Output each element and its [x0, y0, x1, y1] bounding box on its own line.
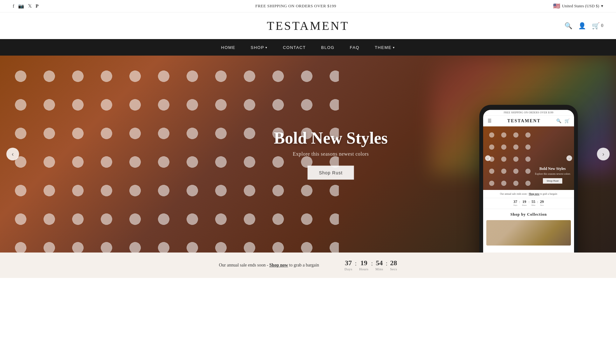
countdown-timer: 37 Days : 19 Hours : 54 Mins : 28 Secs: [345, 260, 397, 271]
header-icons: 🔍 👤 🛒 0: [565, 22, 603, 30]
cart-icon: 🛒: [592, 22, 600, 30]
instagram-icon[interactable]: 📷: [18, 3, 24, 9]
phone-hours-unit: 19 Hours: [522, 199, 527, 206]
phone-days-label: Days: [513, 204, 517, 206]
phone-sep-2: :: [529, 200, 530, 206]
nav-contact[interactable]: CONTACT: [283, 45, 306, 50]
phone-shop-now-link[interactable]: Shop now: [529, 192, 540, 195]
phone-secs-unit: 29 Secs: [540, 199, 544, 206]
phone-search-icon[interactable]: 🔍: [556, 118, 561, 124]
account-icon[interactable]: 👤: [578, 22, 586, 30]
flag-icon: 🇺🇸: [553, 3, 560, 10]
cart-button[interactable]: 🛒 0: [592, 22, 603, 30]
locale-label: United States (USD $): [562, 3, 599, 9]
phone-sep-3: :: [537, 200, 538, 206]
social-icons: f 📷 𝕏 P: [13, 3, 38, 9]
phone-hours-label: Hours: [522, 204, 527, 206]
phone-hours-num: 19: [522, 199, 527, 204]
nav-faq[interactable]: FAQ: [350, 45, 359, 50]
phone-cart-icon[interactable]: 🛒: [565, 118, 570, 124]
phone-img-overlay: [486, 220, 571, 246]
mins-unit: 54 Mins: [375, 260, 383, 271]
phone-hero-title: Bold New Styles: [535, 166, 570, 171]
locale-chevron-icon: ▾: [601, 3, 603, 9]
phone-carousel-next[interactable]: ›: [566, 155, 572, 161]
pinterest-icon[interactable]: P: [36, 3, 38, 9]
nav-home[interactable]: HOME: [221, 45, 236, 50]
sale-notice: Our annual sale ends soon - Shop now to …: [219, 263, 319, 268]
phone-shop-rust-button[interactable]: Shop Rust: [543, 178, 562, 184]
phone-topbar-notice: FREE SHIPPING ON ORDERS OVER $199: [483, 110, 574, 116]
mins-label: Mins: [375, 267, 383, 271]
separator-3: :: [386, 260, 388, 267]
phone-mins-unit: 55 Mins: [531, 199, 535, 206]
phone-hero: ‹ Bold New Styles Explore this seasons n…: [483, 126, 574, 190]
phone-sale-notice: Our annual sale ends soon - Shop now to …: [483, 190, 574, 198]
shop-rust-button[interactable]: Shop Rust: [307, 166, 354, 180]
header: TESTAMENT 🔍 👤 🛒 0: [0, 12, 616, 39]
sale-text-after: to grab a bargain: [288, 263, 319, 267]
secs-label: Secs: [390, 267, 397, 271]
theme-chevron-icon: ▾: [393, 46, 395, 49]
phone-mockup: FREE SHIPPING ON ORDERS OVER $199 ☰ TEST…: [479, 105, 578, 253]
phone-carousel-prev[interactable]: ‹: [485, 155, 491, 161]
separator-2: :: [371, 260, 373, 267]
hero-subtitle: Explore this seasons newest colors: [274, 151, 388, 157]
phone-logo: TESTAMENT: [507, 118, 541, 124]
phone-countdown: 37 Days : 19 Hours : 55 Mins : 29 Secs: [483, 198, 574, 209]
phone-mins-label: Mins: [531, 204, 535, 206]
phone-nav: ☰ TESTAMENT 🔍 🛒: [483, 116, 574, 126]
search-icon[interactable]: 🔍: [565, 22, 572, 30]
hours-label: Hours: [359, 267, 368, 271]
phone-nav-icons: 🔍 🛒: [556, 118, 570, 124]
phone-mins-num: 55: [531, 199, 535, 204]
twitter-icon[interactable]: 𝕏: [28, 3, 32, 9]
phone-screen: FREE SHIPPING ON ORDERS OVER $199 ☰ TEST…: [483, 110, 574, 253]
hours-unit: 19 Hours: [359, 260, 368, 271]
separator-1: :: [355, 260, 357, 267]
hero-section: ‹ Bold New Styles Explore this seasons n…: [0, 56, 616, 253]
hours-number: 19: [359, 260, 368, 266]
sale-text-before: Our annual sale ends soon -: [219, 263, 270, 267]
secs-number: 28: [390, 260, 397, 266]
mins-number: 54: [375, 260, 383, 266]
days-number: 37: [345, 260, 352, 266]
phone-hero-subtitle: Explore this seasons newest colors: [535, 172, 570, 175]
phone-hamburger-icon[interactable]: ☰: [488, 118, 492, 124]
nav-blog[interactable]: BLOG: [321, 45, 334, 50]
carousel-next-button[interactable]: ›: [597, 148, 610, 160]
bottom-bar: Our annual sale ends soon - Shop now to …: [0, 253, 616, 278]
cart-count: 0: [601, 23, 603, 28]
nav-shop[interactable]: SHOP ▾: [251, 45, 268, 50]
phone-days-unit: 37 Days: [513, 199, 517, 206]
shop-now-link[interactable]: Shop now: [269, 263, 288, 267]
shipping-notice: FREE SHIPPING ON ORDERS OVER $199: [255, 3, 336, 9]
days-label: Days: [345, 267, 352, 271]
phone-hero-content: Bold New Styles Explore this seasons new…: [535, 166, 570, 184]
main-nav: HOME SHOP ▾ CONTACT BLOG FAQ THEME ▾: [0, 39, 616, 56]
top-bar: f 📷 𝕏 P FREE SHIPPING ON ORDERS OVER $19…: [0, 0, 616, 12]
phone-days-num: 37: [513, 199, 517, 204]
shop-chevron-icon: ▾: [265, 46, 268, 49]
phone-sep-1: :: [519, 200, 520, 206]
phone-collection-image: [486, 220, 571, 246]
phone-secs-label: Secs: [540, 204, 544, 206]
secs-unit: 28 Secs: [390, 260, 397, 271]
phone-secs-num: 29: [540, 199, 544, 204]
locale-selector[interactable]: 🇺🇸 United States (USD $) ▾: [553, 3, 603, 10]
carousel-prev-button[interactable]: ‹: [6, 148, 19, 160]
phone-collection-title: Shop by Collection: [483, 209, 574, 220]
hero-content: Bold New Styles Explore this seasons new…: [274, 129, 388, 180]
nav-theme[interactable]: THEME ▾: [375, 45, 395, 50]
days-unit: 37 Days: [345, 260, 352, 271]
facebook-icon[interactable]: f: [13, 3, 14, 9]
hero-title: Bold New Styles: [274, 129, 388, 147]
logo[interactable]: TESTAMENT: [267, 19, 349, 33]
